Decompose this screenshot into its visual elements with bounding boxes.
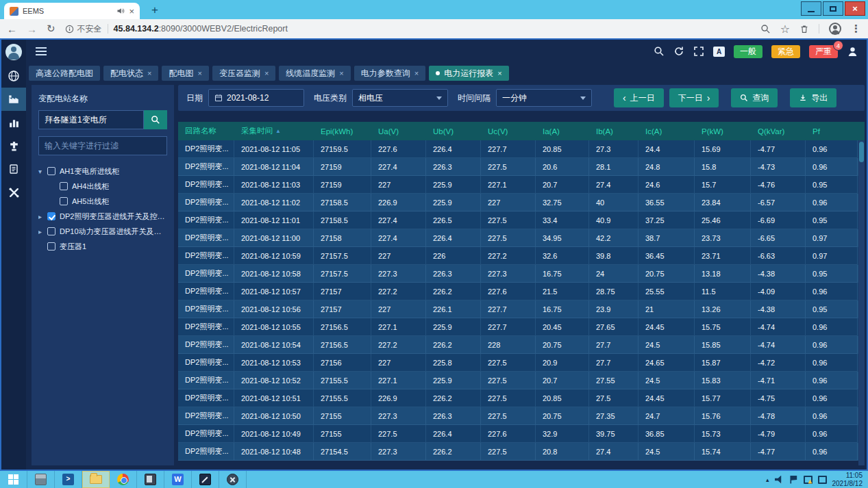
tab-close-icon[interactable]: ×	[129, 7, 134, 16]
table-row[interactable]: DP2照明变...2021-08-12 11:0027158227.4226.4…	[178, 229, 865, 247]
trash-icon[interactable]	[799, 24, 809, 34]
refresh-icon[interactable]	[673, 46, 684, 57]
alarm-module-icon[interactable]	[1, 134, 26, 157]
tree-caret-icon[interactable]: ▾	[38, 168, 47, 175]
table-row[interactable]: DP2照明变...2021-08-12 10:4827154.5227.3226…	[178, 443, 865, 461]
table-row[interactable]: DP2照明变...2021-08-12 11:0327159227225.922…	[178, 176, 865, 194]
alarm-level-button[interactable]: 紧急	[771, 45, 800, 58]
user-avatar[interactable]	[1, 40, 26, 64]
translate-icon[interactable]: A	[713, 47, 725, 57]
column-header[interactable]: Ic(A)	[638, 122, 695, 140]
voltage-type-select[interactable]: 相电压	[352, 89, 448, 107]
tab-close-icon[interactable]: ×	[197, 69, 201, 77]
tree-checkbox[interactable]	[47, 242, 55, 251]
tree-node[interactable]: ▾AH1变电所进线柜	[38, 164, 167, 179]
query-button[interactable]: 查询	[731, 88, 778, 107]
powershell-icon[interactable]: >	[55, 471, 82, 488]
substation-module-icon[interactable]	[1, 88, 26, 111]
new-tab-button[interactable]: +	[147, 3, 163, 18]
action-center-icon[interactable]	[789, 476, 798, 484]
file-explorer-icon[interactable]	[82, 471, 110, 488]
tab-close-icon[interactable]: ×	[147, 69, 151, 77]
table-row[interactable]: DP2照明变...2021-08-12 10:5427156.5227.2226…	[178, 336, 865, 354]
tab-close-icon[interactable]: ×	[339, 69, 343, 77]
station-search-button[interactable]	[144, 110, 167, 129]
sort-asc-icon[interactable]: ▲	[275, 128, 281, 134]
column-header[interactable]: P(kW)	[695, 122, 751, 140]
page-tab[interactable]: 线缆温度监测×	[279, 66, 350, 81]
tab-close-icon[interactable]: ×	[497, 69, 501, 77]
server-manager-icon[interactable]	[27, 471, 55, 488]
address-bar[interactable]: 不安全 45.84.134.2:8090/3000WEBV2/ElectricR…	[65, 23, 760, 35]
station-search-input[interactable]	[38, 110, 144, 129]
browser-menu-icon[interactable]: ⋮	[851, 23, 861, 35]
column-header[interactable]: Ib(A)	[589, 122, 638, 140]
table-row[interactable]: DP2照明变...2021-08-12 10:5227155.5227.1225…	[178, 372, 865, 389]
page-tab[interactable]: 变压器监测×	[212, 66, 275, 81]
table-row[interactable]: DP2照明变...2021-08-12 11:0227158.5226.9225…	[178, 194, 865, 211]
monitor-app-icon[interactable]	[137, 471, 164, 488]
drawing-app-icon[interactable]	[192, 471, 219, 488]
chart-module-icon[interactable]	[1, 111, 26, 134]
interval-select[interactable]: 一分钟	[496, 89, 592, 107]
column-header[interactable]: Uc(V)	[481, 122, 536, 140]
tree-node[interactable]: ▸DP10动力变压器进线开关及控制室	[38, 224, 167, 239]
tab-close-icon[interactable]: ×	[264, 69, 269, 77]
table-row[interactable]: DP2照明变...2021-08-12 10:5627157227226.122…	[178, 300, 865, 318]
prev-day-button[interactable]: ‹ 上一日	[614, 88, 664, 107]
minimize-button[interactable]	[801, 1, 821, 16]
browser-tab[interactable]: EEMS ×	[4, 3, 140, 19]
person-icon[interactable]	[847, 46, 858, 57]
table-row[interactable]: DP2照明变...2021-08-12 10:5727157227.2226.2…	[178, 283, 865, 300]
tree-caret-icon[interactable]: ▸	[38, 213, 47, 220]
volume-muted-icon[interactable]	[775, 476, 784, 484]
date-picker[interactable]: 2021-08-12	[208, 89, 304, 107]
chrome-icon[interactable]	[110, 471, 137, 488]
profile-avatar[interactable]	[829, 23, 841, 35]
tree-node[interactable]: ▸DP2照明变压器进线开关及控制室	[38, 209, 167, 224]
search-icon[interactable]	[654, 46, 665, 57]
page-tab[interactable]: 电力参数查询×	[354, 66, 425, 81]
tree-checkbox[interactable]	[47, 227, 55, 235]
column-header[interactable]: Epi(kWh)	[314, 122, 371, 140]
forward-icon[interactable]: →	[27, 23, 37, 35]
maximize-button[interactable]	[823, 1, 843, 16]
settings-app-icon[interactable]	[219, 471, 247, 488]
table-row[interactable]: DP2照明变...2021-08-12 10:5127155.5226.9226…	[178, 389, 865, 407]
tree-checkbox[interactable]	[47, 212, 55, 220]
alarm-level-button[interactable]: 一般	[734, 45, 762, 58]
ime-icon[interactable]	[818, 476, 827, 484]
reload-icon[interactable]: ↻	[47, 23, 55, 35]
page-tab[interactable]: 配电状态×	[103, 66, 158, 81]
column-header[interactable]: Q(kVar)	[751, 122, 806, 140]
start-button[interactable]	[0, 471, 27, 488]
tree-filter-input[interactable]	[38, 136, 167, 155]
alarm-level-button[interactable]: 严重4	[809, 45, 838, 58]
page-tab[interactable]: 电力运行报表×	[429, 66, 508, 81]
table-row[interactable]: DP2照明变...2021-08-12 10:5827157.5227.3226…	[178, 265, 865, 283]
tree-node[interactable]: AH4出线柜	[38, 179, 167, 194]
page-tab[interactable]: 高速公路配电图	[29, 66, 100, 81]
table-row[interactable]: DP2照明变...2021-08-12 10:5927157.522722622…	[178, 247, 865, 265]
tree-node[interactable]: 变压器1	[38, 239, 167, 254]
tree-checkbox[interactable]	[60, 197, 68, 205]
table-row[interactable]: DP2照明变...2021-08-12 10:4927155227.5226.4…	[178, 425, 865, 443]
table-row[interactable]: DP2照明变...2021-08-12 10:5327156227225.822…	[178, 354, 865, 372]
fullscreen-icon[interactable]	[693, 46, 704, 57]
table-row[interactable]: DP2照明变...2021-08-12 10:5527156.5227.1225…	[178, 318, 865, 336]
column-header[interactable]: Ub(V)	[426, 122, 481, 140]
globe-icon[interactable]	[1, 64, 26, 88]
next-day-button[interactable]: 下一日 ›	[669, 88, 719, 107]
column-header[interactable]: Ua(V)	[371, 122, 426, 140]
table-row[interactable]: DP2照明变...2021-08-12 11:0127158.5227.4226…	[178, 211, 865, 229]
column-header[interactable]: Pf	[806, 122, 858, 140]
page-tab[interactable]: 配电图×	[162, 66, 208, 81]
bookmark-star-icon[interactable]: ☆	[780, 23, 790, 36]
tree-checkbox[interactable]	[60, 182, 68, 190]
tree-caret-icon[interactable]: ▸	[38, 228, 47, 235]
tab-audio-icon[interactable]	[116, 7, 125, 15]
table-scrollbar[interactable]	[858, 140, 865, 465]
tab-close-icon[interactable]: ×	[414, 69, 419, 77]
network-icon[interactable]	[804, 476, 813, 484]
taskbar-clock[interactable]: 11:05 2021/8/12	[832, 472, 863, 487]
